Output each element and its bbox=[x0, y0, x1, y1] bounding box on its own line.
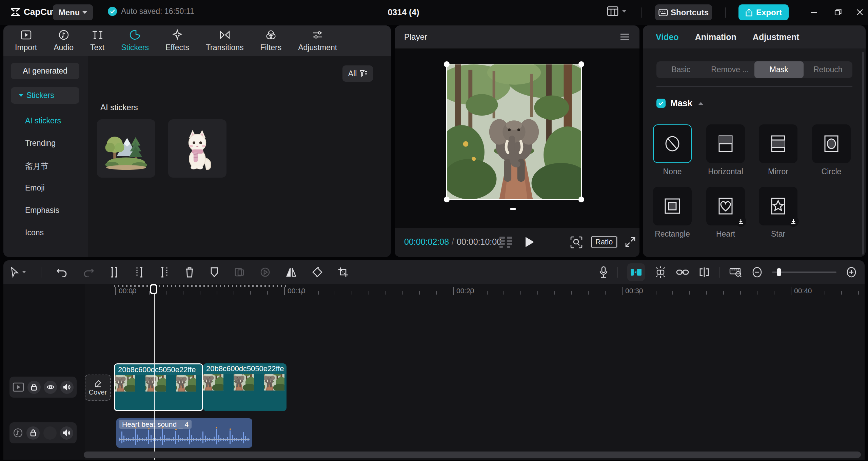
selection-handle-bottom-left[interactable] bbox=[444, 197, 450, 202]
mask-checkbox[interactable] bbox=[656, 99, 666, 108]
mask-option-circle[interactable] bbox=[812, 124, 851, 163]
delete-right-button[interactable] bbox=[159, 266, 170, 278]
mask-option-mirror[interactable] bbox=[759, 124, 797, 163]
auto-split-button[interactable] bbox=[654, 266, 667, 279]
delete-left-button[interactable] bbox=[134, 266, 144, 278]
rotate-button[interactable] bbox=[312, 267, 323, 278]
tab-video[interactable]: Video bbox=[656, 32, 679, 42]
video-clip[interactable]: 20b8c600dc5050e22ffe bbox=[203, 363, 287, 411]
subtab-remove[interactable]: Remove ... bbox=[706, 61, 755, 78]
video-preview[interactable] bbox=[446, 64, 582, 200]
rotate-handle[interactable] bbox=[510, 208, 516, 210]
undo-button[interactable] bbox=[56, 267, 68, 277]
tab-text[interactable]: Text bbox=[90, 29, 104, 52]
tab-adjustment[interactable]: Adjustment bbox=[753, 32, 800, 42]
sticker-item-cat[interactable] bbox=[168, 119, 226, 178]
record-voiceover-button[interactable] bbox=[599, 266, 608, 278]
sidebar-item-ai-stickers[interactable]: AI stickers bbox=[25, 116, 61, 125]
video-clip-selected[interactable]: 20b8c600dc5050e22ffe bbox=[114, 363, 203, 411]
sidebar-ai-generated-button[interactable]: AI generated bbox=[11, 63, 79, 79]
shortcuts-button[interactable]: Shortcuts bbox=[655, 4, 712, 20]
sidebar-item-emoji[interactable]: Emoji bbox=[25, 183, 45, 193]
audio-clip[interactable]: Heart beat sound _ 4 bbox=[116, 418, 252, 448]
play-button[interactable] bbox=[525, 236, 535, 248]
menu-button[interactable]: Menu bbox=[53, 4, 93, 20]
time-ruler[interactable] bbox=[115, 291, 861, 295]
filter-funnel-icon bbox=[360, 70, 367, 77]
sidebar-item-trending[interactable]: Trending bbox=[25, 139, 56, 148]
mirror-button[interactable] bbox=[285, 267, 297, 278]
tab-audio[interactable]: Audio bbox=[54, 29, 74, 52]
mute-track-button[interactable] bbox=[60, 381, 74, 394]
mask-horizontal-icon bbox=[716, 134, 735, 153]
tab-transitions[interactable]: Transitions bbox=[206, 29, 244, 52]
overlay-button[interactable] bbox=[234, 267, 245, 277]
link-button[interactable] bbox=[676, 268, 689, 276]
cover-button[interactable]: Cover bbox=[85, 375, 111, 401]
collapse-icon[interactable] bbox=[698, 102, 703, 105]
selection-handle-bottom-right[interactable] bbox=[578, 197, 584, 202]
player-menu-icon[interactable] bbox=[620, 33, 630, 41]
sidebar-item-ramadan[interactable]: 斋月节 bbox=[25, 161, 48, 172]
magnetic-snap-button[interactable] bbox=[627, 263, 645, 281]
zoom-in-button[interactable] bbox=[846, 266, 857, 278]
lock-icon bbox=[31, 383, 37, 391]
zoom-out-button[interactable] bbox=[751, 266, 763, 278]
mask-option-rectangle[interactable] bbox=[653, 187, 692, 225]
mute-track-button[interactable] bbox=[60, 426, 73, 440]
fullscreen-icon[interactable] bbox=[625, 236, 636, 248]
lock-track-button[interactable] bbox=[26, 426, 40, 440]
select-tool-button[interactable] bbox=[10, 267, 26, 278]
timeline-scrollbar[interactable] bbox=[84, 452, 861, 458]
restore-button[interactable] bbox=[832, 6, 844, 18]
chevron-down-icon bbox=[622, 10, 627, 13]
redo-button[interactable] bbox=[83, 267, 94, 277]
mark-button[interactable] bbox=[210, 267, 219, 278]
timecode: 00:00:02:08 / 00:00:10:00 bbox=[404, 237, 501, 247]
hide-track-button[interactable] bbox=[44, 381, 57, 394]
tab-adjustment[interactable]: Adjustment bbox=[298, 29, 337, 52]
mask-option-star[interactable] bbox=[759, 187, 797, 225]
subtab-mask[interactable]: Mask bbox=[754, 61, 804, 78]
sidebar-item-icons[interactable]: Icons bbox=[25, 228, 44, 237]
layout-switch-button[interactable] bbox=[607, 6, 627, 16]
clip-thumbnails bbox=[203, 374, 287, 399]
crop-button[interactable] bbox=[338, 267, 349, 278]
zoom-slider-thumb[interactable] bbox=[777, 268, 781, 276]
tab-stickers[interactable]: Stickers bbox=[121, 29, 149, 52]
mark-flag-icon bbox=[210, 267, 219, 278]
timeline-scale-button[interactable] bbox=[729, 266, 742, 278]
zoom-slider[interactable] bbox=[772, 272, 836, 273]
subtab-retouch[interactable]: Retouch bbox=[804, 61, 853, 78]
preview-quality-icon[interactable] bbox=[570, 236, 583, 249]
freeze-frame-button[interactable] bbox=[260, 267, 271, 278]
ratio-button[interactable]: Ratio bbox=[591, 236, 617, 248]
playhead-line[interactable] bbox=[154, 294, 155, 460]
mask-option-horizontal[interactable] bbox=[706, 124, 745, 163]
tab-filters[interactable]: Filters bbox=[260, 29, 282, 52]
sidebar-item-emphasis[interactable]: Emphasis bbox=[25, 206, 59, 215]
lock-track-button[interactable] bbox=[27, 381, 41, 394]
text-icon bbox=[91, 29, 103, 41]
mask-option-heart[interactable] bbox=[706, 187, 745, 225]
selection-handle-top-right[interactable] bbox=[578, 61, 584, 67]
minimize-button[interactable] bbox=[808, 6, 820, 18]
speaker-icon bbox=[63, 384, 71, 390]
inspector-scrollbar[interactable] bbox=[862, 52, 864, 255]
split-view-button[interactable] bbox=[698, 267, 710, 277]
tab-animation[interactable]: Animation bbox=[695, 32, 736, 42]
tab-effects[interactable]: Effects bbox=[165, 29, 189, 52]
frame-list-icon[interactable] bbox=[499, 236, 514, 249]
selection-handle-top-left[interactable] bbox=[444, 61, 450, 67]
sidebar-stickers-group[interactable]: Stickers bbox=[11, 87, 79, 104]
sticker-item-forest[interactable] bbox=[97, 119, 155, 178]
export-button[interactable]: Export bbox=[738, 4, 789, 20]
all-filter-button[interactable]: All bbox=[342, 65, 373, 82]
delete-button[interactable] bbox=[184, 266, 195, 278]
tab-import[interactable]: Import bbox=[15, 29, 37, 52]
subtab-basic[interactable]: Basic bbox=[656, 61, 706, 78]
split-button[interactable] bbox=[109, 266, 119, 278]
playhead-handle[interactable] bbox=[150, 284, 157, 294]
close-button[interactable] bbox=[854, 6, 866, 18]
mask-option-none[interactable] bbox=[653, 124, 692, 163]
